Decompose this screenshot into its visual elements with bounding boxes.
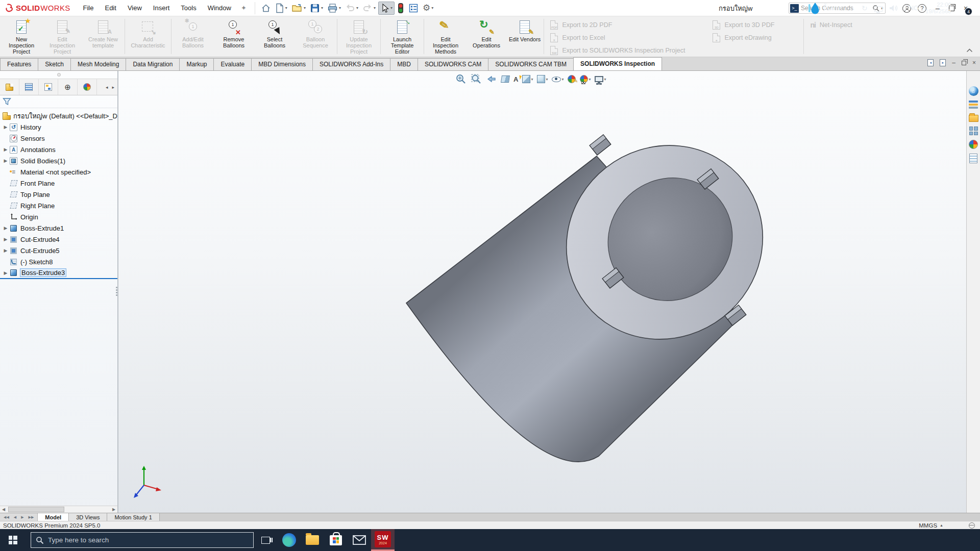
chevron-down-icon[interactable]: ▾ (604, 77, 606, 82)
restore-document-button[interactable] (962, 61, 966, 65)
sync-icon[interactable]: ↻ (862, 4, 868, 12)
expand-arrow-icon[interactable]: ▶ (2, 124, 9, 130)
edge-button[interactable] (277, 529, 301, 551)
chevron-down-icon[interactable]: ▾ (546, 77, 548, 82)
tree-item-front-plane[interactable]: Front Plane (0, 178, 117, 189)
view-settings-button[interactable]: ▾ (595, 73, 606, 85)
design-library-icon[interactable] (969, 101, 978, 109)
select-tool-button[interactable]: ▾ (378, 2, 395, 15)
export-to-solidworks-inspection-project-button[interactable]: SW Export to SOLIDWORKS Inspection Proje… (550, 45, 702, 56)
taskbar-search-box[interactable] (31, 532, 254, 548)
tab-data-migration[interactable]: Data Migration (126, 58, 180, 70)
scroll-right-icon[interactable]: ▸ (112, 85, 114, 90)
tab-solidworks-cam-tbm[interactable]: SOLIDWORKS CAM TBM (488, 58, 574, 70)
previous-tab-icon[interactable]: ◀ (12, 515, 18, 519)
previous-document-icon[interactable]: ◂ (927, 59, 934, 66)
expand-arrow-icon[interactable]: ▶ (2, 158, 9, 163)
expand-arrow-icon[interactable]: ▶ (2, 248, 9, 253)
remove-balloons-button[interactable]: 1 ✕ Remove Balloons (213, 17, 254, 56)
tab-markup[interactable]: Markup (179, 58, 214, 70)
expand-arrow-icon[interactable]: ▶ (2, 226, 9, 231)
hide-show-items-button[interactable]: ▾ (552, 73, 564, 85)
action-center-button[interactable]: 4 (958, 3, 970, 14)
chevron-down-icon[interactable]: ▾ (285, 6, 287, 10)
balloon-sequence-button[interactable]: 1 2 Balloon Sequence (295, 17, 336, 56)
display-manager-tab[interactable] (78, 79, 97, 95)
tree-item-solid-bodies[interactable]: ▶ Solid Bodies(1) (0, 155, 117, 166)
tab-mesh-modeling[interactable]: Mesh Modeling (70, 58, 126, 70)
taskbar-search-input[interactable] (48, 536, 249, 544)
zoom-to-area-button[interactable] (471, 73, 482, 85)
tab-sketch[interactable]: Sketch (38, 58, 71, 70)
dimxpert-manager-tab[interactable]: ⊕ (58, 79, 78, 95)
dynamic-annotation-views-button[interactable]: A (513, 73, 518, 85)
file-explorer-button[interactable] (301, 529, 324, 551)
undo-button[interactable]: ▾ (344, 2, 360, 15)
add-edit-balloons-button[interactable]: 1 ✱ Add/Edit Balloons (173, 17, 213, 56)
view-orientation-button[interactable]: ▾ (537, 73, 548, 85)
collapse-ribbon-button[interactable] (966, 45, 973, 55)
menu-tools[interactable]: Tools (175, 0, 202, 16)
section-view-button[interactable] (501, 73, 509, 85)
minimize-document-button[interactable]: – (952, 59, 955, 66)
new-document-button[interactable]: ▾ (274, 2, 289, 15)
scroll-left-icon[interactable]: ◀ (0, 506, 7, 513)
pin-menu-icon[interactable]: ✦ (241, 4, 247, 12)
panel-horizontal-scrollbar[interactable]: ◀ ▶ (0, 506, 117, 513)
edit-appearance-button[interactable]: ✎ (568, 73, 576, 85)
view-palette-icon[interactable] (969, 127, 978, 135)
tab-mbd-dimensions[interactable]: MBD Dimensions (251, 58, 313, 70)
zoom-to-fit-button[interactable] (455, 73, 467, 85)
start-button[interactable] (0, 529, 26, 551)
home-button[interactable] (259, 2, 273, 15)
menu-view[interactable]: View (122, 0, 148, 16)
export-edrawing-button[interactable]: e Export eDrawing (713, 32, 797, 43)
tab-model[interactable]: Model (38, 513, 69, 521)
settings-button[interactable]: ⚙ ▾ (421, 2, 435, 15)
tree-item-history[interactable]: ▶ ↺ History (0, 121, 117, 133)
graphics-viewport[interactable]: A ▾ ▾ ▾ ✎ ▾ (118, 71, 966, 513)
launch-template-editor-button[interactable]: → Launch Template Editor (382, 17, 423, 56)
section-tool-button[interactable]: ▾ (522, 73, 533, 85)
task-view-button[interactable] (254, 529, 277, 551)
chevron-down-icon[interactable]: ▾ (321, 6, 323, 10)
tree-item-boss-extrude3[interactable]: ▶ Boss-Extrude3 (0, 267, 117, 279)
language-indicator[interactable]: ENG (905, 5, 919, 12)
export-to-2d-pdf-button[interactable]: PDF Export to 2D PDF (550, 19, 702, 30)
scrollbar-thumb[interactable] (8, 507, 64, 512)
clock[interactable]: 22:06 19/6/2568 (925, 2, 951, 15)
tree-item-annotations[interactable]: ▶ A Annotations (0, 144, 117, 155)
network-icon[interactable] (874, 6, 883, 12)
filter-funnel-icon[interactable] (3, 97, 11, 106)
export-to-excel-button[interactable]: X Export to Excel (550, 32, 702, 43)
tab-solidworks-inspection[interactable]: SOLIDWORKS Inspection (573, 57, 662, 70)
custom-properties-icon[interactable] (969, 154, 977, 163)
tab-features[interactable]: Features (0, 58, 38, 70)
close-document-button[interactable]: × (972, 59, 976, 66)
scrollbar-track[interactable] (7, 506, 110, 513)
menu-window[interactable]: Window (202, 0, 237, 16)
expand-arrow-icon[interactable]: ▶ (2, 237, 9, 242)
panel-splitter-handle[interactable] (0, 71, 117, 79)
expand-arrow-icon[interactable]: ▶ (2, 147, 9, 152)
unit-system-selector[interactable]: MMGS ▲ (919, 522, 943, 529)
edit-inspection-methods-button[interactable]: ✎ Edit Inspection Methods (425, 17, 466, 56)
tab-motion-study-1[interactable]: Motion Study 1 (107, 513, 159, 521)
tab-evaluate[interactable]: Evaluate (213, 58, 252, 70)
last-tab-icon[interactable]: ▶▶ (27, 515, 36, 519)
tree-item-material[interactable]: ≡ Material <not specified> (0, 166, 117, 178)
expand-arrow-icon[interactable]: ▶ (2, 270, 9, 276)
panel-resize-handle[interactable] (115, 283, 118, 300)
solidworks-app-button[interactable]: SW 2024 (371, 529, 395, 551)
print-button[interactable]: ▾ (326, 2, 342, 15)
tab-solidworks-add-ins[interactable]: SOLIDWORKS Add-Ins (312, 58, 390, 70)
net-inspect-button[interactable]: ni Net-Inspect (810, 19, 852, 30)
file-explorer-icon[interactable] (969, 115, 978, 122)
appearances-icon[interactable] (969, 140, 978, 149)
tree-item-top-plane[interactable]: Top Plane (0, 189, 117, 200)
next-tab-icon[interactable]: ▶ (19, 515, 26, 519)
redo-button[interactable]: ▾ (361, 2, 377, 15)
tab-mbd[interactable]: MBD (390, 58, 418, 70)
scroll-left-icon[interactable]: ◂ (106, 85, 108, 90)
tree-item-sketch8[interactable]: (-) Sketch8 (0, 256, 117, 267)
